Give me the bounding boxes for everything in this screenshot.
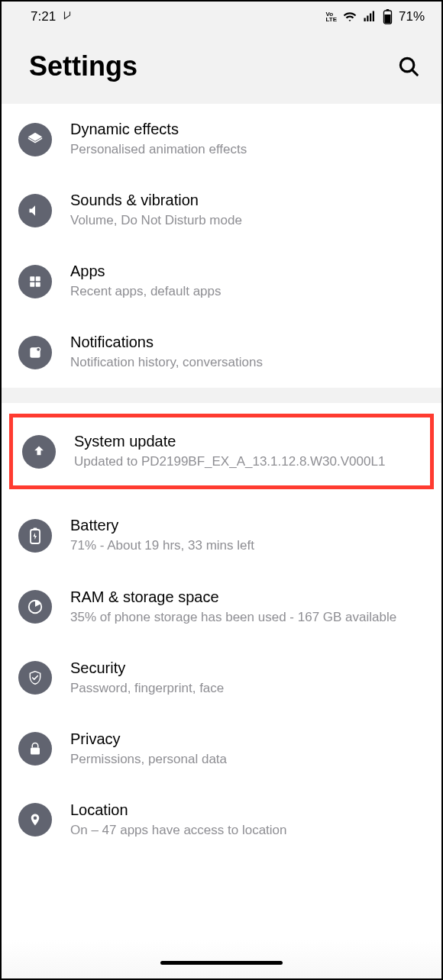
item-subtitle: 35% of phone storage has been used - 167…	[70, 609, 426, 626]
svg-rect-5	[384, 15, 390, 23]
svg-rect-10	[36, 276, 40, 281]
svg-rect-18	[31, 748, 40, 755]
bottom-fade	[2, 940, 441, 978]
item-title: System update	[74, 433, 418, 450]
page-title: Settings	[29, 50, 137, 82]
home-indicator[interactable]	[160, 961, 283, 965]
item-subtitle: Personalised animation effects	[70, 141, 426, 158]
location-icon	[18, 803, 52, 837]
item-subtitle: Recent apps, default apps	[70, 283, 426, 300]
item-subtitle: Notification history, conversations	[70, 354, 426, 371]
settings-item-storage[interactable]: RAM & storage space 35% of phone storage…	[2, 572, 441, 643]
item-title: Security	[70, 659, 426, 677]
volume-icon	[18, 194, 52, 227]
status-bar: 7:21 VoLTE 71%	[2, 2, 441, 29]
settings-item-privacy[interactable]: Privacy Permissions, personal data	[2, 714, 441, 785]
notification-icon	[18, 336, 52, 369]
svg-rect-0	[364, 18, 365, 22]
item-subtitle: 71% - About 19 hrs, 33 mins left	[70, 537, 426, 554]
settings-item-location[interactable]: Location On – 47 apps have access to loc…	[2, 785, 441, 856]
item-subtitle: Updated to PD2199BF_EX_A_13.1.12.8.W30.V…	[74, 453, 418, 470]
item-title: Dynamic effects	[70, 121, 426, 138]
battery-item-icon	[18, 519, 52, 553]
svg-point-14	[37, 347, 40, 351]
volte-icon: VoLTE	[325, 11, 337, 22]
settings-item-security[interactable]: Security Password, fingerprint, face	[2, 643, 441, 714]
section-divider	[2, 388, 441, 403]
settings-section-2: System update Updated to PD2199BF_EX_A_1…	[2, 414, 441, 856]
settings-item-notifications[interactable]: Notifications Notification history, conv…	[2, 317, 441, 388]
item-subtitle: Permissions, personal data	[70, 751, 426, 768]
item-title: Notifications	[70, 334, 426, 351]
settings-item-sounds[interactable]: Sounds & vibration Volume, Do Not Distur…	[2, 175, 441, 246]
item-subtitle: On – 47 apps have access to location	[70, 822, 426, 839]
battery-percent: 71%	[399, 9, 425, 24]
svg-rect-3	[373, 11, 374, 22]
item-subtitle: Password, fingerprint, face	[70, 680, 426, 697]
svg-rect-1	[367, 16, 368, 22]
item-title: Apps	[70, 263, 426, 280]
header: Settings	[2, 29, 441, 104]
layers-icon	[18, 123, 52, 156]
shield-icon	[18, 661, 52, 695]
settings-item-system-update[interactable]: System update Updated to PD2199BF_EX_A_1…	[9, 414, 434, 489]
svg-rect-12	[36, 282, 40, 286]
svg-rect-11	[30, 282, 34, 286]
settings-item-dynamic-effects[interactable]: Dynamic effects Personalised animation e…	[2, 104, 441, 175]
status-time: 7:21	[31, 9, 56, 24]
item-subtitle: Volume, Do Not Disturb mode	[70, 212, 426, 229]
item-title: RAM & storage space	[70, 588, 426, 606]
signal-icon	[363, 10, 377, 24]
settings-section-1: Dynamic effects Personalised animation e…	[2, 104, 441, 388]
item-title: Privacy	[70, 730, 426, 748]
svg-line-8	[412, 70, 417, 75]
grid-icon	[18, 265, 52, 298]
battery-icon	[383, 9, 393, 24]
pie-icon	[18, 590, 52, 624]
item-title: Battery	[70, 517, 426, 534]
svg-rect-2	[370, 14, 371, 22]
nfc-icon	[62, 9, 73, 24]
svg-rect-16	[34, 528, 37, 530]
item-title: Sounds & vibration	[70, 192, 426, 209]
wifi-icon	[343, 10, 357, 24]
lock-icon	[18, 732, 52, 766]
item-title: Location	[70, 801, 426, 819]
settings-item-apps[interactable]: Apps Recent apps, default apps	[2, 246, 441, 317]
svg-rect-9	[30, 276, 34, 281]
update-icon	[22, 435, 56, 469]
search-button[interactable]	[397, 55, 420, 78]
settings-item-battery[interactable]: Battery 71% - About 19 hrs, 33 mins left	[2, 500, 441, 571]
svg-rect-6	[386, 9, 389, 11]
